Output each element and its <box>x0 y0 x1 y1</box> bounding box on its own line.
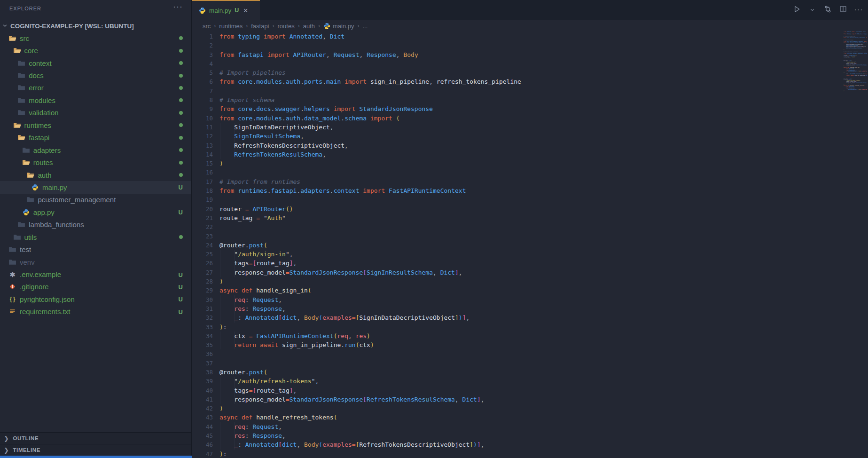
breadcrumb-separator: › <box>273 23 274 29</box>
explorer-more-actions-icon[interactable]: ··· <box>173 2 183 12</box>
text-file-icon <box>8 308 16 316</box>
tree-item--env-example[interactable]: ✱.env.exampleU <box>0 268 191 280</box>
code-lines: 1from typing import Annotated, Dict23fro… <box>192 32 868 458</box>
line-number: 34 <box>192 332 213 340</box>
code-line-2: 2 <box>192 41 868 50</box>
line-number: 45 <box>192 431 213 440</box>
tree-item-routes[interactable]: routes <box>0 156 191 168</box>
folder-open-icon <box>13 47 21 55</box>
breadcrumb-label: runtimes <box>219 23 242 30</box>
tree-item-venv[interactable]: venv <box>0 256 191 268</box>
tree-item-runtimes[interactable]: runtimes <box>0 119 191 131</box>
tree-item-label: pcustomer_management <box>38 196 116 204</box>
sidebar-sections: ❯OUTLINE❯TIMELINE <box>0 432 191 456</box>
tree-item-app-py[interactable]: app.pyU <box>0 206 191 218</box>
code-line-35: 35 return await sign_in_pipeline.run(ctx… <box>192 340 868 349</box>
code-line-34: 34 ctx = FastAPIRuntimeContext(req, res) <box>192 332 868 340</box>
line-number: 35 <box>192 340 213 349</box>
line-number: 15 <box>192 159 213 168</box>
line-number: 36 <box>192 349 213 358</box>
line-number: 25 <box>192 250 213 259</box>
tree-item-context[interactable]: context <box>0 57 191 69</box>
breadcrumb-item-runtimes[interactable]: runtimes <box>219 23 242 30</box>
line-number: 1 <box>192 32 213 41</box>
line-number: 29 <box>192 286 213 295</box>
code-line-26: 26 tags=[route_tag], <box>192 259 868 268</box>
tree-item-label: src <box>20 34 29 42</box>
tree-item-requirements-txt[interactable]: requirements.txtU <box>0 306 191 318</box>
tree-item-label: routes <box>33 158 53 166</box>
editor-tab-strip: main.py U ✕ ··· <box>192 0 868 20</box>
open-changes-button[interactable] <box>823 5 832 15</box>
tree-item-src[interactable]: src <box>0 32 191 44</box>
workspace-root-folder[interactable]: COGNITO-EXAMPLE-PY [WSL: UBUNTU] <box>0 20 191 32</box>
close-icon[interactable]: ✕ <box>243 7 248 14</box>
tree-item-core[interactable]: core <box>0 44 191 56</box>
breadcrumb-item-src[interactable]: src <box>203 23 211 30</box>
tree-item-utils[interactable]: utils <box>0 231 191 243</box>
split-editor-button[interactable] <box>838 5 848 15</box>
tree-item-adapters[interactable]: adapters <box>0 144 191 156</box>
line-number: 40 <box>192 386 213 395</box>
breadcrumb-separator: › <box>214 23 216 29</box>
tree-item-lambda-functions[interactable]: lambda_functions <box>0 219 191 231</box>
minimap[interactable]: 1from typing import Annotated, Dict23fro… <box>843 31 867 458</box>
tree-item-docs[interactable]: docs <box>0 69 191 81</box>
tree-item-auth[interactable]: auth <box>0 169 191 181</box>
code-line-21: 21route_tag = "Auth" <box>192 213 868 222</box>
tree-item--gitignore[interactable]: .gitignoreU <box>0 281 191 293</box>
section-timeline[interactable]: ❯TIMELINE <box>0 444 191 456</box>
more-actions-button[interactable]: ··· <box>854 5 863 15</box>
env-file-icon: ✱ <box>8 270 16 278</box>
breadcrumb-item-routes[interactable]: routes <box>278 23 295 30</box>
section-outline[interactable]: ❯OUTLINE <box>0 432 191 444</box>
run-button[interactable] <box>792 5 801 15</box>
code-line-20: 20router = APIRouter() <box>192 205 868 213</box>
code-line-12: 12 SignInResultSchema, <box>192 132 868 141</box>
folder-open-icon <box>26 171 34 179</box>
line-number: 30 <box>192 295 213 304</box>
code-line-27: 27 response_model=StandardJsonResponse[S… <box>843 65 867 66</box>
folder-icon <box>17 84 25 92</box>
tree-item-pcustomer-management[interactable]: pcustomer_management <box>0 194 191 206</box>
code-line-6: 6from core.modules.auth.ports.main impor… <box>192 77 868 86</box>
tree-item-main-py[interactable]: main.pyU <box>0 181 191 193</box>
breadcrumb-label: main.py <box>333 23 354 30</box>
explorer-title: EXPLORER <box>9 6 41 11</box>
python-icon <box>22 208 30 216</box>
tree-item-test[interactable]: test <box>0 243 191 255</box>
tree-item-error[interactable]: error <box>0 82 191 94</box>
run-dropdown[interactable] <box>807 5 817 15</box>
code-line-23: 23 <box>192 232 868 241</box>
breadcrumb-item-fastapi[interactable]: fastapi <box>251 23 269 30</box>
code-line-41: 41 response_model=StandardJsonResponse[R… <box>843 83 867 84</box>
workspace-root-label: COGNITO-EXAMPLE-PY [WSL: UBUNTU] <box>10 23 134 30</box>
breadcrumb-item--[interactable]: ... <box>363 23 368 30</box>
code-line-18: 18from runtimes.fastapi.adapters.context… <box>192 186 868 195</box>
tree-item-modules[interactable]: modules <box>0 94 191 106</box>
tree-item-fastapi[interactable]: fastapi <box>0 132 191 144</box>
git-untracked-badge: U <box>179 296 183 303</box>
code-editor[interactable]: 1from typing import Annotated, Dict23fro… <box>192 32 868 458</box>
git-modified-dot-badge <box>179 235 183 239</box>
breadcrumb-separator: › <box>318 23 320 29</box>
breadcrumb-item-main-py[interactable]: main.py <box>323 23 354 30</box>
explorer-sidebar: EXPLORER ··· COGNITO-EXAMPLE-PY [WSL: UB… <box>0 0 192 458</box>
tab-main-py[interactable]: main.py U ✕ <box>192 0 260 20</box>
tree-item-label: context <box>29 59 51 67</box>
code-line-3: 3from fastapi import APIRouter, Request,… <box>843 34 867 35</box>
breadcrumb-item-auth[interactable]: auth <box>303 23 315 30</box>
tree-item-pyrightconfig-json[interactable]: { }pyrightconfig.jsonU <box>0 293 191 305</box>
code-line-32: 32 _: Annotated[dict, Body(examples=[Sig… <box>192 313 868 322</box>
line-number: 41 <box>192 395 213 404</box>
line-number: 31 <box>192 304 213 313</box>
tree-item-label: app.py <box>33 208 55 216</box>
breadcrumb-label: src <box>203 23 211 30</box>
ellipsis-icon: ··· <box>854 6 863 14</box>
tree-item-validation[interactable]: validation <box>0 107 191 119</box>
line-number: 26 <box>192 259 213 268</box>
code-line-46: 46 _: Annotated[dict, Body(examples=[Ref… <box>192 440 868 449</box>
line-number: 14 <box>192 150 213 159</box>
tree-item-label: lambda_functions <box>29 221 84 229</box>
code-line-5: 5# Import pipelines <box>192 68 868 77</box>
